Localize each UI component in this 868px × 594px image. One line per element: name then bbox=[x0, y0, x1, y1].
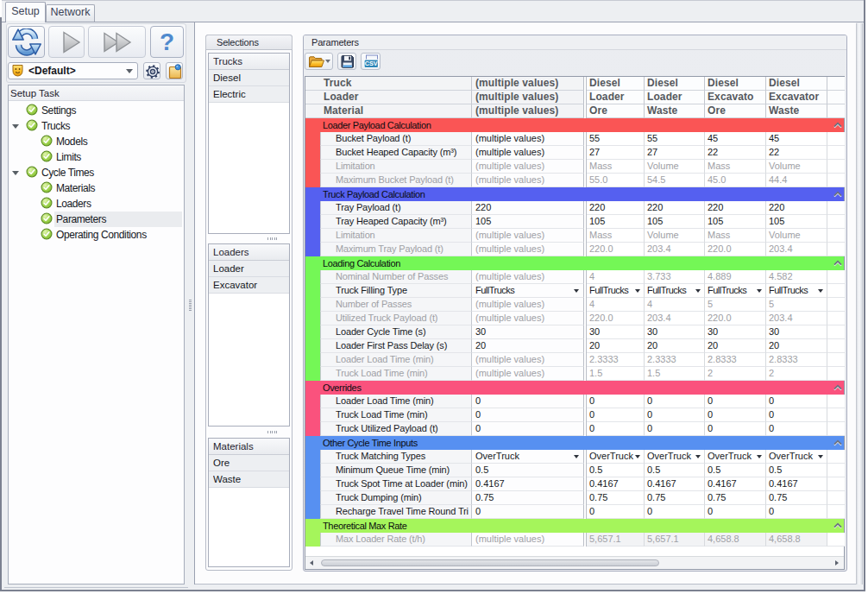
svg-text:CSV: CSV bbox=[365, 60, 378, 67]
